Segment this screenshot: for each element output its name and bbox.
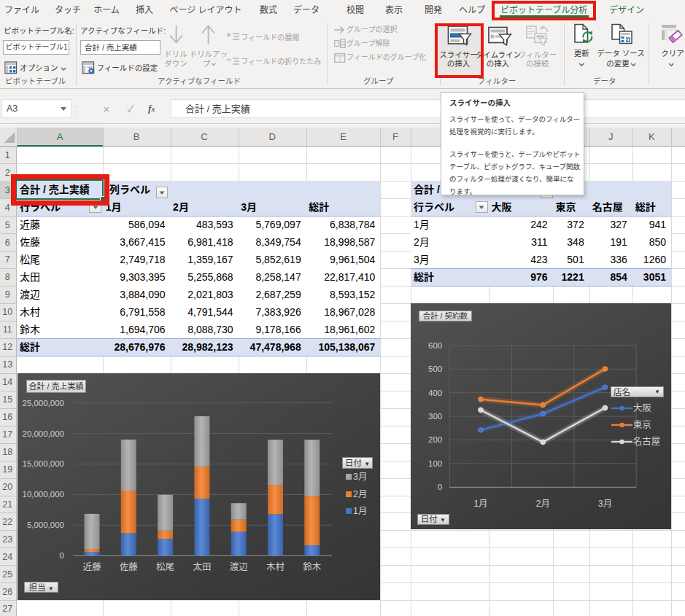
- svg-text:太田: 太田: [193, 561, 211, 572]
- svg-text:0: 0: [438, 483, 442, 491]
- svg-text:25,000,000: 25,000,000: [23, 399, 64, 408]
- svg-text:10,000,000: 10,000,000: [23, 490, 64, 499]
- svg-text:渡辺: 渡辺: [230, 561, 248, 572]
- svg-text:0: 0: [60, 551, 64, 560]
- svg-text:15,000,000: 15,000,000: [23, 459, 64, 468]
- svg-text:5,000,000: 5,000,000: [27, 521, 64, 529]
- svg-text:松尾: 松尾: [156, 561, 174, 572]
- svg-text:木村: 木村: [266, 561, 285, 572]
- svg-text:600: 600: [428, 341, 442, 350]
- svg-text:近藤: 近藤: [83, 561, 101, 572]
- svg-text:7: 7: [338, 56, 341, 63]
- svg-text:300: 300: [428, 412, 442, 421]
- svg-text:1月: 1月: [473, 499, 487, 509]
- svg-text:200: 200: [428, 436, 442, 445]
- svg-text:3月: 3月: [598, 499, 612, 509]
- svg-text:100: 100: [428, 459, 442, 468]
- svg-text:佐藤: 佐藤: [120, 561, 138, 572]
- svg-text:400: 400: [428, 389, 442, 397]
- svg-text:20,000,000: 20,000,000: [23, 429, 64, 437]
- svg-text:2月: 2月: [535, 499, 549, 509]
- svg-text:500: 500: [428, 364, 442, 373]
- svg-text:鈴木: 鈴木: [303, 561, 321, 572]
